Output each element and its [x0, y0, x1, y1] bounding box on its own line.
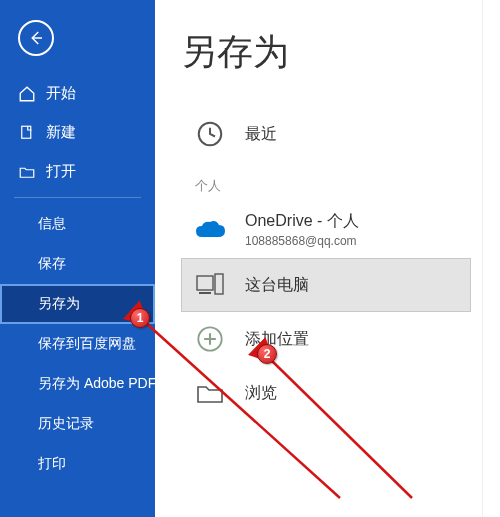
nav-label: 新建	[46, 123, 76, 142]
open-icon	[18, 163, 36, 181]
svg-rect-4	[199, 292, 211, 294]
arrow-left-icon	[27, 29, 45, 47]
svg-rect-0	[22, 126, 31, 138]
location-label: 这台电脑	[245, 275, 309, 296]
nav-home[interactable]: 开始	[0, 74, 155, 113]
location-label: OneDrive - 个人	[245, 211, 359, 232]
main-panel: 另存为 最近 个人 OneDrive - 个人 108885868@qq.com…	[155, 0, 500, 517]
sidebar: 开始 新建 打开 信息 保存 另存为 保存到百度网盘 另存为 Adobe PDF…	[0, 0, 155, 517]
nav-history[interactable]: 历史记录	[0, 404, 155, 444]
location-recent[interactable]: 最近	[181, 107, 471, 161]
location-label: 浏览	[245, 383, 277, 404]
location-add[interactable]: 添加位置	[181, 312, 471, 366]
page-title: 另存为	[181, 28, 500, 77]
location-browse[interactable]: 浏览	[181, 366, 471, 420]
nav-open[interactable]: 打开	[0, 152, 155, 191]
pc-icon	[193, 268, 227, 302]
plus-circle-icon	[193, 322, 227, 356]
section-personal: 个人	[181, 161, 500, 201]
nav-info[interactable]: 信息	[0, 204, 155, 244]
nav-label: 打开	[46, 162, 76, 181]
location-label: 添加位置	[245, 329, 309, 350]
nav-save-pdf[interactable]: 另存为 Adobe PDF	[0, 364, 155, 404]
nav-print[interactable]: 打印	[0, 444, 155, 484]
nav-save[interactable]: 保存	[0, 244, 155, 284]
callout-2: 2	[257, 344, 277, 364]
clock-icon	[193, 117, 227, 151]
home-icon	[18, 85, 36, 103]
svg-rect-3	[215, 274, 223, 294]
callout-1: 1	[130, 308, 150, 328]
nav-new[interactable]: 新建	[0, 113, 155, 152]
folder-icon	[193, 376, 227, 410]
divider	[14, 197, 141, 198]
location-label: 最近	[245, 124, 277, 145]
back-button[interactable]	[18, 20, 54, 56]
nav-save-baidu[interactable]: 保存到百度网盘	[0, 324, 155, 364]
location-sublabel: 108885868@qq.com	[245, 234, 359, 248]
svg-rect-2	[197, 276, 213, 290]
new-icon	[18, 124, 36, 142]
right-edge-panel	[482, 0, 500, 517]
cloud-icon	[193, 213, 227, 247]
location-thispc[interactable]: 这台电脑	[181, 258, 471, 312]
location-onedrive[interactable]: OneDrive - 个人 108885868@qq.com	[181, 201, 471, 258]
nav-label: 开始	[46, 84, 76, 103]
